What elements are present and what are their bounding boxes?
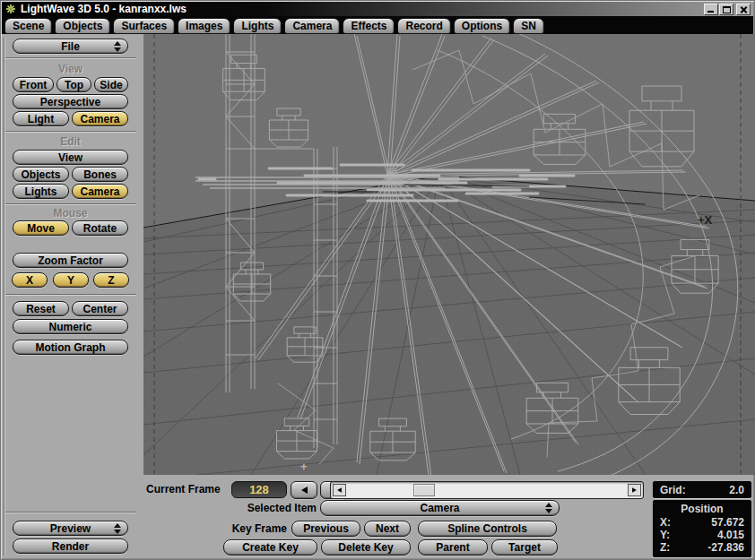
updown-arrows-icon xyxy=(114,41,121,52)
menu-tab-surfaces[interactable]: Surfaces xyxy=(113,18,175,34)
separator xyxy=(5,131,136,133)
position-title: Position xyxy=(657,502,747,516)
frame-prev-button[interactable] xyxy=(291,481,317,499)
origin-marker: + xyxy=(300,460,308,473)
grid-value: 2.0 xyxy=(729,484,744,496)
current-frame-input[interactable] xyxy=(231,481,287,498)
app-icon xyxy=(5,4,16,14)
section-label-edit: Edit xyxy=(13,135,128,148)
mouse-rotate-button[interactable]: Rotate xyxy=(72,220,128,236)
separator xyxy=(5,512,136,513)
previous-key-button[interactable]: Previous xyxy=(291,521,360,537)
menu-tab-effects[interactable]: Effects xyxy=(343,18,395,34)
section-label-mouse: Mouse xyxy=(13,207,128,220)
menu-tab-images[interactable]: Images xyxy=(178,18,230,34)
viewport-canvas[interactable]: +X + xyxy=(143,34,755,475)
selected-item-value: Camera xyxy=(420,502,459,514)
frame-slider[interactable] xyxy=(330,481,644,499)
axis-marker-label: +X xyxy=(698,213,713,227)
position-z-value: -27.836 xyxy=(707,541,744,554)
wireframe-scene: +X + xyxy=(143,34,755,475)
numeric-button[interactable]: Numeric xyxy=(13,319,128,334)
edit-bones-button[interactable]: Bones xyxy=(72,167,128,182)
preview-label: Preview xyxy=(50,522,91,535)
menu-tab-sn[interactable]: SN xyxy=(513,18,544,34)
preview-dropdown[interactable]: Preview xyxy=(13,521,128,536)
separator xyxy=(5,294,136,296)
current-frame-label: Current Frame xyxy=(146,483,229,495)
position-z-label: Z: xyxy=(660,541,670,554)
grid-label: Grid: xyxy=(660,484,686,496)
slider-right-arrow[interactable] xyxy=(628,484,641,496)
menu-tab-options[interactable]: Options xyxy=(454,18,510,34)
edit-view-button[interactable]: View xyxy=(13,150,128,165)
slider-left-arrow[interactable] xyxy=(333,484,346,496)
edit-camera-button[interactable]: Camera xyxy=(72,184,128,199)
position-x-value: 57.672 xyxy=(711,516,744,529)
updown-arrows-icon xyxy=(114,523,121,534)
render-button[interactable]: Render xyxy=(13,538,128,554)
left-arrow-icon xyxy=(301,487,308,494)
menu-tab-lights[interactable]: Lights xyxy=(233,18,282,34)
mouse-move-button[interactable]: Move xyxy=(13,220,69,236)
next-key-button[interactable]: Next xyxy=(364,521,411,537)
position-x-label: X: xyxy=(660,516,671,529)
maximize-icon xyxy=(723,6,731,13)
axis-z-button[interactable]: Z xyxy=(93,272,129,288)
sidebar-groove xyxy=(4,38,5,556)
create-key-button[interactable]: Create Key xyxy=(223,539,317,556)
position-panel: Position X:57.672 Y:4.015 Z:-27.836 xyxy=(653,500,751,557)
menu-tab-bar: Scene Objects Surfaces Images Lights Cam… xyxy=(2,16,753,34)
axis-y-button[interactable]: Y xyxy=(53,272,89,288)
perspective-button[interactable]: Perspective xyxy=(13,94,128,109)
menu-tab-camera[interactable]: Camera xyxy=(284,18,340,34)
motion-graph-button[interactable]: Motion Graph xyxy=(13,340,128,355)
close-button[interactable] xyxy=(736,4,751,15)
edit-objects-button[interactable]: Objects xyxy=(13,167,69,182)
camera-view-button[interactable]: Camera xyxy=(72,111,128,126)
separator xyxy=(5,57,136,59)
maximize-button[interactable] xyxy=(719,4,733,15)
lightwave-window: LightWave 3D 5.0 - kanranxx.lws Scene Ob… xyxy=(0,0,755,560)
top-button[interactable]: Top xyxy=(56,77,91,92)
file-dropdown[interactable]: File xyxy=(13,39,128,54)
slider-thumb[interactable] xyxy=(413,484,435,496)
menu-tab-objects[interactable]: Objects xyxy=(55,18,110,34)
menu-tab-scene[interactable]: Scene xyxy=(4,18,52,34)
front-button[interactable]: Front xyxy=(13,77,54,92)
left-arrow-icon xyxy=(337,487,342,493)
position-y-value: 4.015 xyxy=(717,529,744,541)
spline-controls-button[interactable]: Spline Controls xyxy=(418,521,557,537)
reset-button[interactable]: Reset xyxy=(13,301,69,316)
right-arrow-icon xyxy=(632,487,637,493)
side-button[interactable]: Side xyxy=(94,77,128,92)
menu-tab-record[interactable]: Record xyxy=(397,18,450,34)
separator xyxy=(5,203,136,205)
position-y-label: Y: xyxy=(660,529,670,541)
axis-x-button[interactable]: X xyxy=(12,272,48,288)
grid-size-display: Grid: 2.0 xyxy=(653,481,751,498)
section-label-view: View xyxy=(13,63,128,75)
minimize-icon xyxy=(707,11,714,13)
key-frame-label: Key Frame xyxy=(226,522,287,535)
selected-item-dropdown[interactable]: Camera xyxy=(320,500,560,516)
parent-button[interactable]: Parent xyxy=(418,539,488,556)
light-view-button[interactable]: Light xyxy=(13,111,69,126)
delete-key-button[interactable]: Delete Key xyxy=(321,539,411,556)
target-button[interactable]: Target xyxy=(491,539,558,556)
minimize-button[interactable] xyxy=(704,4,718,15)
updown-arrows-icon xyxy=(545,503,552,513)
edit-lights-button[interactable]: Lights xyxy=(13,184,69,199)
file-dropdown-label: File xyxy=(61,40,80,53)
window-title: LightWave 3D 5.0 - kanranxx.lws xyxy=(21,3,187,15)
window-titlebar[interactable]: LightWave 3D 5.0 - kanranxx.lws xyxy=(2,2,753,16)
zoom-factor-button[interactable]: Zoom Factor xyxy=(13,253,128,268)
center-button[interactable]: Center xyxy=(72,301,128,316)
selected-item-label: Selected Item xyxy=(229,502,317,514)
